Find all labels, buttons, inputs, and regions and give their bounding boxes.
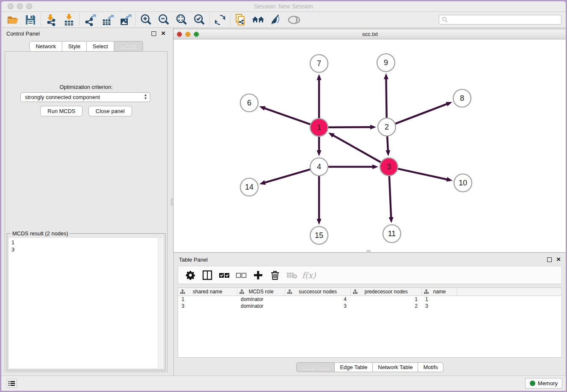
open-file-button[interactable] xyxy=(4,13,22,27)
tab-network-table[interactable]: Network Table xyxy=(373,362,418,372)
close-panel-icon[interactable]: × xyxy=(161,29,165,38)
cell-name[interactable]: 1 xyxy=(422,296,457,303)
edge-2-8[interactable] xyxy=(396,102,452,124)
task-history-button[interactable] xyxy=(7,379,17,388)
node-table[interactable]: shared nameMCDS rolesuccessor nodesprede… xyxy=(178,287,562,358)
optimization-criterion-label: Optimization criterion: xyxy=(5,84,167,90)
tab-network[interactable]: Network xyxy=(29,41,62,52)
node-15[interactable]: 15 xyxy=(310,226,328,244)
unchecked-boxes-icon xyxy=(236,272,247,279)
select-all-button[interactable] xyxy=(218,269,231,282)
cell-successor-nodes[interactable]: 3 xyxy=(285,303,351,309)
edge-1-4[interactable] xyxy=(317,137,322,156)
edge-1-2[interactable] xyxy=(328,125,376,130)
column-header-MCDS-role[interactable]: MCDS role xyxy=(237,288,285,295)
node-10[interactable]: 10 xyxy=(454,174,472,192)
network-resize-handle[interactable] xyxy=(366,250,371,252)
tab-motifs[interactable]: Motifs xyxy=(418,362,443,372)
cell-MCDS-role[interactable]: dominator xyxy=(237,303,285,309)
node-label: 15 xyxy=(315,231,323,240)
close-table-panel-icon[interactable]: × xyxy=(556,255,561,264)
network-canvas[interactable]: 7968124314101511 xyxy=(173,39,566,252)
cell-successor-nodes[interactable]: 4 xyxy=(285,296,351,303)
tab-select[interactable]: Select xyxy=(87,41,114,52)
search-input[interactable] xyxy=(439,15,561,25)
table-row[interactable]: 3dominator323 xyxy=(178,303,561,309)
table-row[interactable]: 1dominator411 xyxy=(178,296,561,303)
tab-edge-table[interactable]: Edge Table xyxy=(335,362,373,372)
cell-predecessor-nodes[interactable]: 1 xyxy=(351,296,422,303)
hide-details-button[interactable] xyxy=(267,13,285,27)
clone-network-button[interactable] xyxy=(232,13,250,27)
close-panel-button[interactable]: Close panel xyxy=(88,106,132,116)
zoom-fit-icon xyxy=(175,14,188,26)
edge-1-7[interactable] xyxy=(317,74,322,118)
import-table-button[interactable] xyxy=(60,13,78,27)
node-9[interactable]: 9 xyxy=(377,54,395,72)
tab-node-table[interactable]: Node Table xyxy=(296,362,335,372)
column-panel-button[interactable] xyxy=(201,269,214,282)
run-mcds-button[interactable]: Run MCDS xyxy=(40,106,83,116)
node-7[interactable]: 7 xyxy=(310,55,328,72)
control-panel-header: Control Panel × xyxy=(1,28,171,39)
table-settings-button[interactable] xyxy=(184,269,197,282)
node-14[interactable]: 14 xyxy=(240,178,258,196)
plus-icon xyxy=(253,271,263,280)
cell-shared-name[interactable]: 3 xyxy=(178,303,237,309)
zoom-in-button[interactable] xyxy=(137,13,155,27)
edge-3-1[interactable] xyxy=(328,133,381,162)
first-neighbors-button[interactable] xyxy=(250,13,267,27)
node-8[interactable]: 8 xyxy=(453,89,471,107)
node-1[interactable]: 1 xyxy=(310,119,328,136)
mcds-result-scrollbar[interactable] xyxy=(158,238,163,368)
export-table-button[interactable] xyxy=(99,13,116,27)
zoom-out-button[interactable] xyxy=(155,13,173,27)
show-details-button[interactable] xyxy=(285,13,303,27)
node-6[interactable]: 6 xyxy=(240,94,258,112)
refresh-button[interactable] xyxy=(211,13,229,27)
edge-4-14[interactable] xyxy=(259,169,310,185)
import-network-button[interactable] xyxy=(42,13,60,27)
save-session-button[interactable] xyxy=(22,13,39,27)
tab-mcds[interactable]: MCDS xyxy=(114,41,143,52)
application-window: Session: New Session xyxy=(1,1,566,391)
cell-name[interactable]: 3 xyxy=(422,303,457,309)
memory-button[interactable]: Memory xyxy=(525,378,562,389)
cell-shared-name[interactable]: 1 xyxy=(178,296,237,303)
cell-predecessor-nodes[interactable]: 2 xyxy=(351,303,422,309)
add-column-button[interactable] xyxy=(252,269,264,282)
edge-2-3[interactable] xyxy=(385,136,390,156)
float-table-panel-icon[interactable] xyxy=(547,257,552,262)
export-image-button[interactable] xyxy=(116,13,134,27)
edge-3-11[interactable] xyxy=(389,176,394,223)
edge-4-15[interactable] xyxy=(317,176,322,225)
edge-4-3[interactable] xyxy=(328,165,378,169)
delete-column-button[interactable] xyxy=(269,269,281,282)
criterion-select[interactable]: strongly connected component ▲▼ xyxy=(20,92,150,102)
function-builder-button[interactable]: f(x) xyxy=(303,269,315,282)
cell-MCDS-role[interactable]: dominator xyxy=(237,296,285,303)
network-graph[interactable]: 7968124314101511 xyxy=(173,39,566,252)
delete-table-button[interactable] xyxy=(286,269,298,282)
tab-style[interactable]: Style xyxy=(62,41,87,52)
column-header-predecessor-nodes[interactable]: predecessor nodes xyxy=(351,288,422,295)
zoom-fit-button[interactable] xyxy=(173,13,190,27)
node-2[interactable]: 2 xyxy=(378,118,396,136)
node-4[interactable]: 4 xyxy=(310,158,328,176)
main-toolbar xyxy=(1,12,566,28)
column-header-successor-nodes[interactable]: successor nodes xyxy=(285,288,351,295)
float-panel-icon[interactable] xyxy=(151,31,156,36)
zoom-selected-button[interactable] xyxy=(190,13,208,27)
edge-2-9[interactable] xyxy=(384,73,388,118)
mcds-result-text[interactable]: 1 3 xyxy=(9,238,158,368)
edge-1-6[interactable] xyxy=(259,106,311,124)
deselect-all-button[interactable] xyxy=(235,269,248,282)
column-header-shared-name[interactable]: shared name xyxy=(178,288,237,295)
network-window-titlebar[interactable]: x – + scc.txt xyxy=(173,29,566,39)
node-label: 1 xyxy=(317,123,321,132)
edge-3-10[interactable] xyxy=(398,169,452,182)
export-network-button[interactable] xyxy=(81,13,99,27)
node-3[interactable]: 3 xyxy=(380,158,398,176)
column-header-name[interactable]: name xyxy=(422,288,457,295)
node-11[interactable]: 11 xyxy=(383,225,401,243)
